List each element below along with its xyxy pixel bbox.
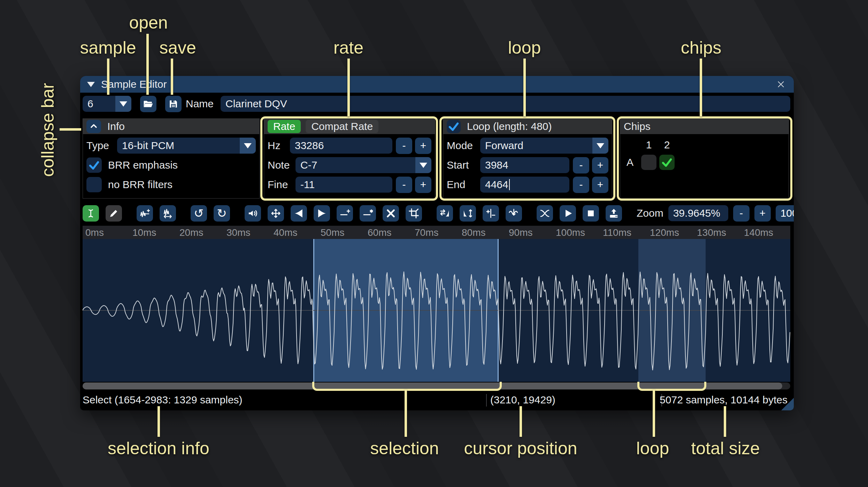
fade-in-button[interactable] [291,205,307,222]
normalize-button[interactable] [268,205,284,222]
stop-icon [585,208,596,219]
trim-button[interactable] [406,205,422,222]
play-icon [562,208,573,219]
filter-wave-icon [508,208,519,219]
ruler-tick: 50ms [321,227,344,238]
sign-invert-button[interactable] [483,205,499,222]
waveform-view[interactable] [83,239,790,382]
zoom-reset-button[interactable]: 100% [776,205,794,222]
restore-backup-button[interactable] [606,205,622,222]
screenshot-stage: Sample Editor 6 [0,0,868,487]
window-collapse-triangle-icon[interactable] [87,82,95,87]
redo-button[interactable]: ↻ [214,205,230,222]
apply-silence-button[interactable] [360,205,376,222]
apply-filter-button[interactable] [506,205,522,222]
time-ruler[interactable]: 0ms 10ms 20ms 30ms 40ms 50ms 60ms 70ms 8… [83,226,790,240]
redo-icon: ↻ [217,207,227,219]
close-button[interactable] [775,78,787,90]
annotation-save: save [159,38,196,58]
annotation-line-loop-top [523,59,526,116]
sample-name-input[interactable]: Clarinet DQV [221,96,790,112]
annotation-total-size: total size [691,438,760,458]
ruler-tick: 80ms [462,227,485,238]
zoom-out-button[interactable]: - [733,205,750,222]
invert-button[interactable] [460,205,476,222]
window-title: Sample Editor [101,78,167,90]
annotation-bracket-loop [637,382,706,391]
crossfade-loop-points-button[interactable] [537,205,553,222]
stop-preview-button[interactable] [583,205,599,222]
undo-button[interactable]: ↺ [191,205,207,222]
window-resize-grip[interactable] [781,398,794,410]
annotation-line-save [171,59,173,95]
chevron-down-icon [120,101,127,107]
edit-mode-draw-button[interactable] [106,205,122,222]
close-icon [776,79,786,90]
delete-button[interactable] [383,205,399,222]
status-bar: Select (1654-2983: 1329 samples) (3210, … [83,389,790,410]
sign-invert-icon [485,208,496,219]
dropdown-arrow-zone[interactable] [240,138,256,154]
ruler-tick: 120ms [650,227,679,238]
speaker-icon [247,208,258,219]
insert-silence-button[interactable] [337,205,353,222]
chevron-down-icon [244,143,252,148]
ruler-tick: 100ms [556,227,585,238]
ruler-tick: 20ms [179,227,203,238]
resize-button[interactable] [137,205,153,222]
resample-button[interactable] [160,205,176,222]
save-floppy-icon [168,99,179,109]
crop-icon [408,208,419,219]
annotation-bracket-selection [312,382,502,391]
open-sample-button[interactable] [140,96,156,112]
annotation-loop-top: loop [508,38,541,58]
brr-emphasis-checkbox[interactable] [86,157,102,173]
sample-number-dropdown[interactable]: 6 [83,96,131,112]
name-label: Name [186,98,214,110]
collapse-info-button[interactable] [86,120,101,133]
fade-out-button[interactable] [314,205,330,222]
zoom-value: 39.9645% [673,207,720,219]
ibeam-cursor-icon [85,208,96,219]
undo-icon: ↺ [194,207,204,219]
annotation-chips: chips [681,38,722,58]
pencil-icon [108,208,119,219]
ruler-tick: 10ms [132,227,156,238]
apply-silence-icon [362,208,373,219]
annotation-line-selection-info [158,406,160,437]
arrows-expand-icon [270,208,281,219]
annotation-line-cursor-position [520,406,522,437]
resample-waveform-icon [162,208,173,219]
ruler-tick: 110ms [603,227,631,238]
sample-type-dropdown[interactable]: 16-bit PCM [117,138,256,154]
preview-sample-button[interactable] [560,205,576,222]
open-folder-icon [143,99,154,109]
annotation-selection: selection [370,438,439,458]
annotation-line-total-size [724,406,726,437]
annotation-line-sample [107,59,109,95]
save-sample-button[interactable] [165,96,182,112]
no-brr-filters-checkbox[interactable] [86,177,102,192]
waveform-canvas[interactable] [83,239,790,382]
dropdown-arrow-zone[interactable] [115,96,131,112]
type-row: Type 16-bit PCM [86,138,256,154]
ruler-tick: 70ms [415,227,438,238]
brr-emphasis-label: BRR emphasis [108,159,178,171]
annotation-line-chips [700,59,702,116]
sample-row: 6 Name Clar [83,95,790,112]
reverse-button[interactable] [437,205,453,222]
type-label: Type [86,140,117,152]
invert-icon [462,208,473,219]
annotation-selection-info: selection info [108,438,209,458]
fade-in-icon [293,208,304,219]
annotation-rate: rate [333,38,363,58]
sample-toolbar: ↺ ↻ [83,205,790,222]
cursor-position-text: (3210, 19429) [490,394,555,406]
zoom-in-button[interactable]: + [754,205,771,222]
amplify-button[interactable] [245,205,261,222]
zoom-input[interactable]: 39.9645% [668,205,728,221]
ruler-tick: 40ms [274,227,297,238]
window-titlebar[interactable]: Sample Editor [80,76,794,93]
annotation-line-selection [405,389,407,437]
edit-mode-select-button[interactable] [83,205,99,222]
